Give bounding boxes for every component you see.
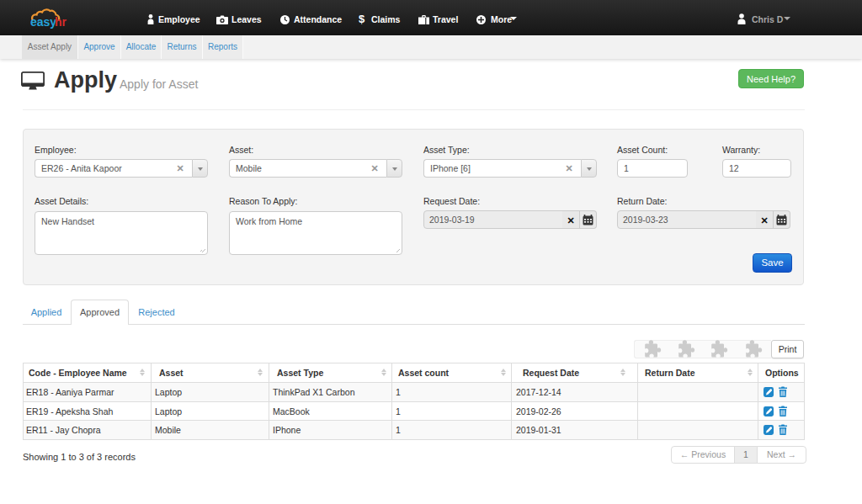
svg-text:hr: hr	[55, 15, 67, 29]
svg-text:easy: easy	[30, 15, 56, 29]
